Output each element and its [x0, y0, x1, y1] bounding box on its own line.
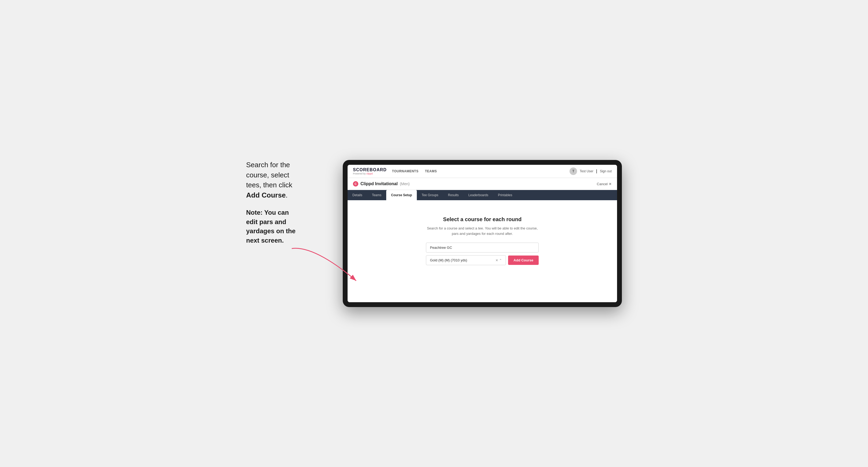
tab-tee-groups[interactable]: Tee Groups: [417, 190, 443, 200]
nav-tournaments[interactable]: TOURNAMENTS: [392, 169, 419, 173]
nav-teams[interactable]: TEAMS: [425, 169, 437, 173]
logo-sub: Powered by clippd: [353, 172, 387, 175]
tab-course-setup[interactable]: Course Setup: [386, 190, 417, 200]
tab-printables[interactable]: Printables: [493, 190, 517, 200]
logo-area: SCOREBOARD Powered by clippd: [353, 167, 387, 175]
instruction-text: Search for the course, select tees, then…: [246, 160, 327, 200]
note-text: Note: You can edit pars and yardages on …: [246, 208, 327, 245]
tab-results[interactable]: Results: [443, 190, 464, 200]
content-area: Select a course for each round Search fo…: [348, 200, 617, 302]
tablet-device: SCOREBOARD Powered by clippd TOURNAMENTS…: [343, 160, 622, 307]
user-name: Test User: [580, 169, 593, 173]
tee-clear-icon[interactable]: ✕: [495, 258, 498, 262]
panel-description: Search for a course and select a tee. Yo…: [426, 226, 539, 236]
tab-leaderboards[interactable]: Leaderboards: [464, 190, 493, 200]
tablet-screen: SCOREBOARD Powered by clippd TOURNAMENTS…: [348, 165, 617, 302]
header-right: T Test User | Sign out: [569, 167, 612, 175]
main-nav: TOURNAMENTS TEAMS: [392, 169, 437, 173]
course-search-input[interactable]: [426, 243, 539, 253]
tab-teams[interactable]: Teams: [367, 190, 386, 200]
tab-navigation: Details Teams Course Setup Tee Groups Re…: [348, 190, 617, 200]
tee-select[interactable]: Gold (M) (M) (7010 yds) ✕ ⌃: [426, 255, 506, 265]
tee-select-controls: ✕ ⌃: [495, 258, 502, 262]
user-avatar: T: [569, 167, 577, 175]
tee-select-value: Gold (M) (M) (7010 yds): [430, 258, 467, 262]
tee-select-row: Gold (M) (M) (7010 yds) ✕ ⌃ Add Course: [426, 255, 539, 265]
tournament-title: C Clippd Invitational (Men): [353, 181, 410, 187]
tee-chevron-icon[interactable]: ⌃: [499, 258, 502, 262]
annotation-panel: Search for the course, select tees, then…: [246, 160, 327, 245]
cancel-button[interactable]: Cancel ✕: [597, 182, 612, 186]
header-left: SCOREBOARD Powered by clippd TOURNAMENTS…: [353, 167, 437, 175]
add-course-button[interactable]: Add Course: [508, 255, 539, 265]
tournament-name: Clippd Invitational: [361, 181, 398, 186]
course-setup-panel: Select a course for each round Search fo…: [426, 216, 539, 265]
instruction-highlight: Add Course: [246, 191, 286, 199]
tournament-header: C Clippd Invitational (Men) Cancel ✕: [348, 178, 617, 190]
app-header: SCOREBOARD Powered by clippd TOURNAMENTS…: [348, 165, 617, 178]
tab-details[interactable]: Details: [348, 190, 367, 200]
panel-title: Select a course for each round: [426, 216, 539, 222]
tournament-icon: C: [353, 181, 358, 187]
logo-text: SCOREBOARD: [353, 167, 387, 172]
sign-out-link[interactable]: Sign out: [600, 169, 612, 173]
tournament-gender: (Men): [400, 182, 410, 186]
